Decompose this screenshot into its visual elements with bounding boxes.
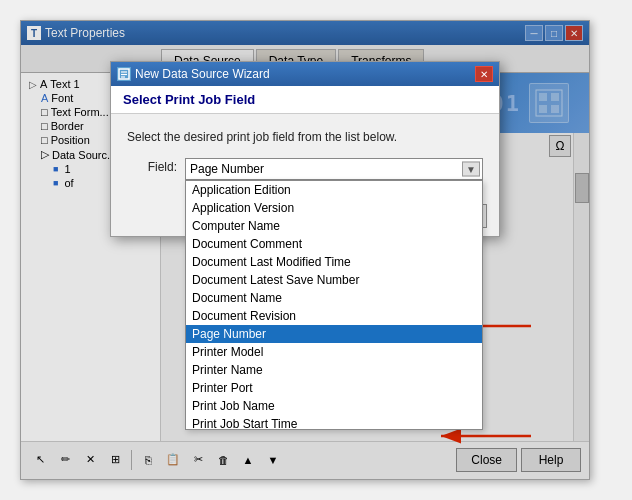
dropdown-item-document-name[interactable]: Document Name <box>186 289 482 307</box>
dropdown-item-printer-name[interactable]: Printer Name <box>186 361 482 379</box>
modal-overlay: New Data Source Wizard ✕ Select Print Jo… <box>21 21 589 479</box>
dropdown-item-application-edition[interactable]: Application Edition <box>186 181 482 199</box>
dropdown-item-page-number[interactable]: Page Number <box>186 325 482 343</box>
dropdown-item-computer-name[interactable]: Computer Name <box>186 217 482 235</box>
modal-dialog: New Data Source Wizard ✕ Select Print Jo… <box>110 61 500 237</box>
dropdown-item-printer-port[interactable]: Printer Port <box>186 379 482 397</box>
main-window: T Text Properties ─ □ ✕ Data Source Data… <box>20 20 590 480</box>
selected-value: Page Number <box>190 162 264 176</box>
modal-title-icon <box>117 67 131 81</box>
dropdown-item-print-job-name[interactable]: Print Job Name <box>186 397 482 415</box>
field-row: Field: Page Number ▼ Application Edition… <box>127 158 483 180</box>
field-label: Field: <box>127 158 177 174</box>
dropdown-item-document-revision[interactable]: Document Revision <box>186 307 482 325</box>
dropdown-item-document-comment[interactable]: Document Comment <box>186 235 482 253</box>
modal-title-bar: New Data Source Wizard ✕ <box>111 62 499 86</box>
dropdown-list[interactable]: Application Edition Application Version … <box>185 180 483 430</box>
dropdown-item-printer-model[interactable]: Printer Model <box>186 343 482 361</box>
modal-title-text: New Data Source Wizard <box>135 67 270 81</box>
modal-title-left: New Data Source Wizard <box>117 67 270 81</box>
select-arrow-icon: ▼ <box>462 162 480 177</box>
dropdown-item-application-version[interactable]: Application Version <box>186 199 482 217</box>
dropdown-item-document-last-modified[interactable]: Document Last Modified Time <box>186 253 482 271</box>
field-select-wrap: Page Number ▼ Application Edition Applic… <box>185 158 483 180</box>
dropdown-item-print-job-start-time[interactable]: Print Job Start Time <box>186 415 482 430</box>
field-select-display[interactable]: Page Number ▼ <box>185 158 483 180</box>
modal-instruction: Select the desired print job field from … <box>127 130 483 144</box>
dropdown-item-document-latest-save[interactable]: Document Latest Save Number <box>186 271 482 289</box>
modal-close-button[interactable]: ✕ <box>475 66 493 82</box>
modal-body: Select the desired print job field from … <box>111 114 499 192</box>
modal-subtitle: Select Print Job Field <box>111 86 499 114</box>
